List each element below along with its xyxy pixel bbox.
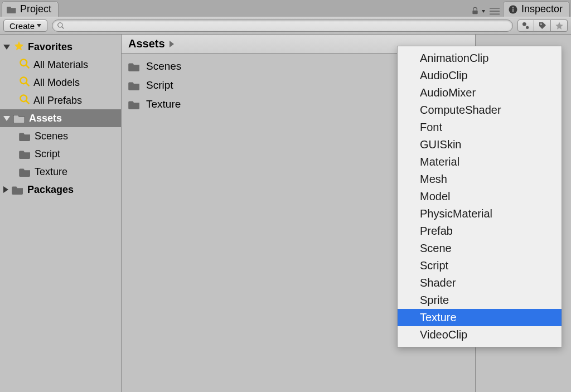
lock-caret-icon[interactable] [482, 10, 485, 13]
tab-project[interactable]: Project [2, 1, 59, 17]
sidebar-favorite-item[interactable]: All Models [0, 74, 121, 91]
dropdown-item[interactable]: AnimationClip [398, 50, 562, 67]
dropdown-item[interactable]: Material [398, 153, 562, 171]
folder-icon [12, 185, 24, 195]
dropdown-item[interactable]: Prefab [398, 222, 562, 240]
search-icon [57, 22, 65, 30]
svg-point-14 [21, 77, 27, 84]
search-icon [19, 58, 30, 72]
tab-bar: Project Inspector [0, 0, 571, 17]
svg-rect-3 [490, 14, 500, 15]
dropdown-item[interactable]: Font [398, 119, 562, 136]
filter-favorites-button[interactable] [551, 20, 568, 32]
favorites-label: Favorites [28, 41, 72, 53]
tab-inspector[interactable]: Inspector [503, 1, 570, 17]
foldout-icon [3, 45, 10, 50]
project-sidebar: Favorites All Materials All Models All P… [0, 35, 122, 392]
assets-label: Assets [29, 113, 62, 124]
chevron-down-icon [37, 24, 41, 27]
svg-point-7 [58, 23, 62, 27]
filter-button-group [517, 20, 568, 32]
svg-rect-2 [490, 11, 500, 12]
folder-icon [19, 167, 31, 177]
favorite-label: All Models [33, 77, 80, 89]
folder-icon [13, 113, 26, 123]
svg-line-13 [26, 65, 30, 68]
asset-name: Script [146, 79, 173, 91]
foldout-icon [3, 186, 8, 193]
dropdown-item[interactable]: Model [398, 188, 562, 205]
sidebar-asset-item[interactable]: Script [0, 145, 121, 163]
dropdown-item[interactable]: Script [398, 257, 562, 274]
svg-line-8 [62, 27, 64, 29]
favorite-label: All Materials [33, 59, 88, 71]
lock-icon[interactable] [471, 7, 480, 16]
dropdown-item[interactable]: PhysicMaterial [398, 205, 562, 222]
svg-rect-5 [512, 8, 514, 12]
project-toolbar: Create [0, 17, 571, 35]
favorite-label: All Prefabs [33, 95, 82, 107]
breadcrumb-root[interactable]: Assets [128, 37, 165, 50]
asset-label: Script [35, 148, 60, 160]
folder-icon [19, 131, 31, 141]
sidebar-asset-item[interactable]: Scenes [0, 127, 121, 145]
panel-menu-icon[interactable] [490, 7, 500, 15]
dropdown-item[interactable]: Scene [398, 240, 562, 257]
search-input[interactable] [52, 20, 513, 32]
dropdown-item[interactable]: AudioClip [398, 67, 562, 84]
dropdown-item[interactable]: AudioMixer [398, 84, 562, 101]
asset-label: Texture [35, 166, 67, 178]
dropdown-item[interactable]: GUISkin [398, 136, 562, 153]
folder-icon [128, 99, 141, 109]
dropdown-item[interactable]: Sprite [398, 292, 562, 309]
info-icon [508, 4, 518, 14]
search-type-dropdown: AnimationClipAudioClipAudioMixerComputeS… [397, 46, 562, 347]
svg-line-15 [26, 83, 30, 86]
packages-label: Packages [27, 184, 74, 196]
svg-line-17 [26, 100, 30, 104]
foldout-icon [3, 116, 10, 121]
dropdown-item[interactable]: Shader [398, 274, 562, 292]
favorites-header[interactable]: Favorites [0, 38, 121, 56]
search-field[interactable] [65, 21, 508, 30]
dropdown-item[interactable]: Mesh [398, 171, 562, 188]
svg-point-10 [526, 26, 529, 29]
folder-icon [7, 5, 17, 13]
filter-by-label-button[interactable] [534, 20, 551, 32]
star-icon [13, 40, 25, 54]
svg-point-11 [540, 23, 542, 25]
search-icon [19, 76, 30, 90]
tab-label: Project [20, 3, 51, 15]
packages-header[interactable]: Packages [0, 181, 121, 199]
svg-point-16 [21, 95, 27, 101]
tabbar-right-controls [471, 7, 500, 17]
sidebar-asset-item[interactable]: Texture [0, 163, 121, 181]
folder-icon [128, 61, 141, 71]
dropdown-item[interactable]: ComputeShader [398, 101, 562, 119]
create-label: Create [9, 21, 35, 31]
asset-name: Scenes [146, 60, 181, 72]
svg-point-6 [512, 7, 514, 8]
search-icon [19, 94, 30, 108]
assets-header[interactable]: Assets [0, 109, 121, 127]
folder-icon [19, 149, 31, 159]
svg-rect-1 [490, 8, 500, 9]
sidebar-favorite-item[interactable]: All Prefabs [0, 91, 121, 109]
svg-rect-0 [472, 11, 477, 14]
folder-icon [128, 80, 141, 90]
asset-label: Scenes [35, 130, 68, 142]
asset-name: Texture [146, 98, 181, 110]
chevron-right-icon [170, 41, 174, 47]
filter-by-type-button[interactable] [517, 20, 534, 32]
sidebar-favorite-item[interactable]: All Materials [0, 56, 121, 74]
dropdown-item[interactable]: VideoClip [398, 326, 562, 343]
svg-point-9 [522, 22, 526, 26]
tab-label: Inspector [521, 3, 563, 15]
create-button[interactable]: Create [3, 20, 47, 32]
dropdown-item[interactable]: Texture [398, 309, 562, 326]
svg-point-12 [21, 59, 27, 66]
